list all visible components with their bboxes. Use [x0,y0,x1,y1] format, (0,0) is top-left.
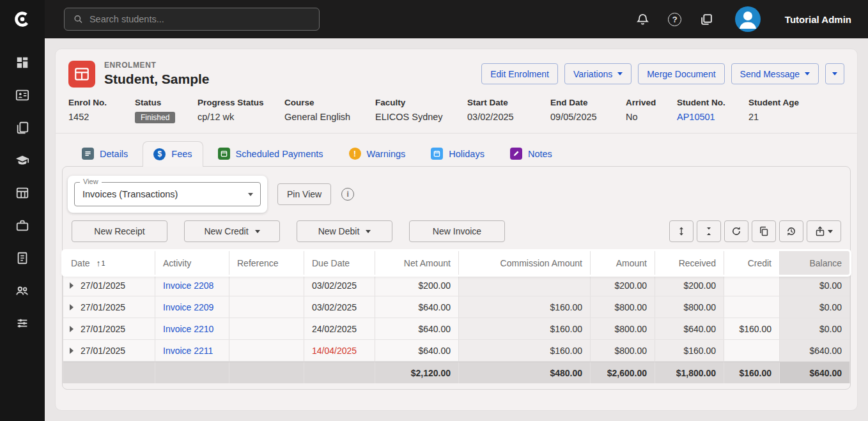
help-button[interactable]: ? [667,11,683,27]
enrolment-info-row: Enrol No.1452 StatusFinished Progress St… [56,88,857,134]
refresh-icon [731,226,741,236]
table-row[interactable]: 27/01/2025 Invoice 2209 03/02/2025 $640.… [63,296,849,318]
copy-icon [759,226,769,236]
progress-status-value: cp/12 wk [198,112,278,122]
faculty-value: ELICOS Sydney [375,112,461,122]
column-header-commission-amount[interactable]: Commission Amount [459,251,591,275]
avatar[interactable] [735,6,761,32]
table-row[interactable]: 27/01/2025 Invoice 2208 03/02/2025 $200.… [63,275,849,296]
view-select[interactable]: View Invoices (Transactions) [74,182,261,206]
search-icon [74,14,83,24]
history-icon [786,226,796,236]
info-label: Progress Status [198,98,278,107]
fees-panel: View Invoices (Transactions) Pin View i … [62,166,851,390]
holidays-icon [431,148,443,160]
row-expander-icon[interactable] [70,326,74,332]
new-debit-button[interactable]: New Debit [297,220,392,242]
chevron-down-icon [805,72,810,75]
total-received: $1,800.00 [676,368,716,378]
topbar: ? Tutorial Admin [45,0,868,38]
tab-fees[interactable]: $ Fees [143,141,203,167]
column-header-received[interactable]: Received [655,251,724,275]
sidebar-item-agents[interactable] [14,218,31,233]
status-badge: Finished [135,112,175,123]
send-message-button[interactable]: Send Message [731,63,819,84]
column-header-credit[interactable]: Credit [724,251,780,275]
dashboard-icon [15,56,29,70]
history-button[interactable] [779,220,803,242]
sidebar-item-community[interactable] [14,283,31,298]
invoice-link[interactable]: Invoice 2208 [163,280,213,291]
start-date-value: 03/02/2025 [467,112,544,122]
refresh-button[interactable] [724,220,748,242]
sidebar-item-contacts[interactable] [14,88,31,103]
copy-button[interactable] [752,220,776,242]
view-select-label: View [80,178,102,185]
more-actions-button[interactable] [825,63,844,84]
edit-enrolment-button[interactable]: Edit Enrolment [481,63,558,84]
invoice-link[interactable]: Invoice 2210 [163,324,213,334]
sidebar-item-courses[interactable] [14,153,31,168]
invoice-link[interactable]: Invoice 2209 [163,302,213,312]
tab-notes[interactable]: Notes [499,141,563,166]
sidebar-item-finance[interactable] [14,250,31,266]
sliders-icon [15,316,29,330]
column-header-reference[interactable]: Reference [229,251,304,275]
student-search[interactable] [64,8,320,31]
help-icon: ? [668,13,681,26]
overdue-due-date: 14/04/2025 [312,346,357,356]
column-header-balance[interactable]: Balance [780,251,849,275]
export-button[interactable] [807,220,841,242]
expand-rows-button[interactable] [669,220,694,242]
info-label: Arrived [626,98,670,107]
app-logo[interactable] [0,0,45,38]
row-expander-icon[interactable] [70,348,74,354]
apps-button[interactable] [699,11,715,27]
sidebar-item-settings[interactable] [14,316,31,331]
record-type-label: ENROLMENT [104,61,210,70]
tab-label: Scheduled Payments [236,149,323,159]
sidebar-item-documents[interactable] [14,120,31,135]
chevron-down-icon [617,72,623,75]
pin-view-button[interactable]: Pin View [277,183,331,205]
notifications-button[interactable] [635,11,651,27]
column-header-activity[interactable]: Activity [155,251,229,275]
new-receipt-button[interactable]: New Receipt [72,220,167,242]
course-value: General English [284,112,369,122]
info-icon[interactable]: i [341,188,354,201]
tab-holidays[interactable]: Holidays [420,141,495,166]
total-balance: $640.00 [809,368,842,378]
table-row[interactable]: 27/01/2025 Invoice 2211 14/04/2025 $640.… [63,340,849,362]
tab-scheduled-payments[interactable]: Scheduled Payments [207,141,334,166]
table-toolbar [669,220,841,242]
tab-details[interactable]: Details [71,141,139,166]
page-title: Student, Sample [104,72,210,87]
sidebar-item-timetable[interactable] [14,185,31,201]
column-header-amount[interactable]: Amount [591,251,655,275]
new-credit-button[interactable]: New Credit [184,220,280,242]
column-header-net-amount[interactable]: Net Amount [375,251,459,275]
row-expander-icon[interactable] [70,304,74,310]
total-amount: $2,600.00 [607,368,647,378]
column-header-due-date[interactable]: Due Date [304,251,375,275]
sidebar-item-dashboard[interactable] [14,55,31,70]
view-row: View Invoices (Transactions) Pin View i [63,167,850,213]
tab-label: Fees [171,149,192,159]
enrolment-actions: Edit Enrolment Variations Merge Document… [481,63,844,84]
bell-icon [636,13,649,26]
column-header-date[interactable]: Date↑1 [63,251,155,275]
new-invoice-button[interactable]: New Invoice [409,220,505,242]
collapse-rows-button[interactable] [697,220,721,242]
invoice-link[interactable]: Invoice 2211 [163,346,213,356]
student-no-link[interactable]: AP10501 [677,112,715,122]
row-expander-icon[interactable] [70,282,74,289]
end-date-value: 09/05/2025 [550,112,619,122]
view-select-value: Invoices (Transactions) [82,189,178,199]
tab-warnings[interactable]: ! Warnings [338,141,417,166]
variations-button[interactable]: Variations [564,63,632,84]
view-spotlight: View Invoices (Transactions) [68,176,267,213]
table-icon [15,186,29,200]
table-row[interactable]: 27/01/2025 Invoice 2210 24/02/2025 $640.… [63,318,849,340]
merge-document-button[interactable]: Merge Document [638,63,724,84]
search-input[interactable] [89,14,310,24]
